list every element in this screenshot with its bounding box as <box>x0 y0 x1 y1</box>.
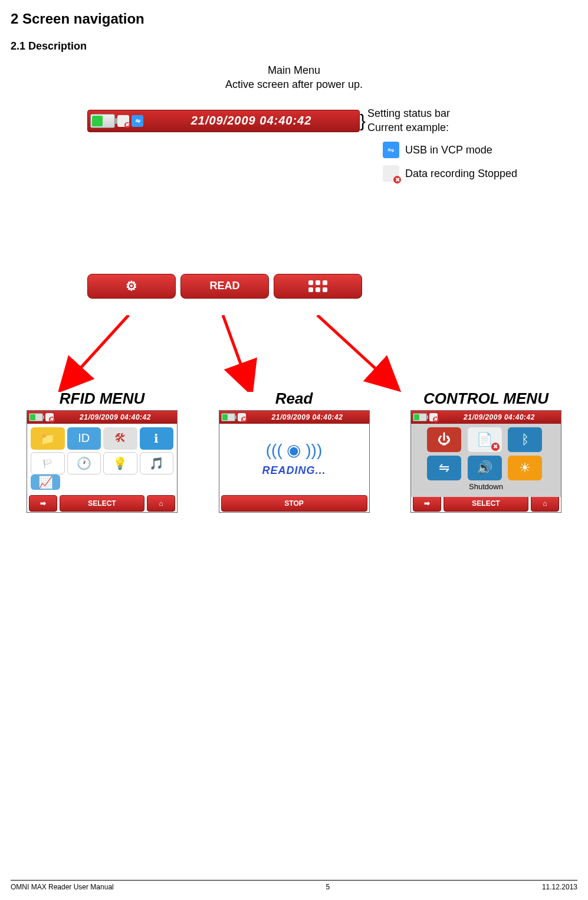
rfid-status-bar: 21/09/2009 04:40:42 <box>27 411 177 424</box>
home-button[interactable]: ⌂ <box>531 495 559 512</box>
music-icon[interactable]: 🎵 <box>140 452 174 474</box>
intro-line2: Active screen after power up. <box>225 78 363 90</box>
control-selection-label: Shutdown <box>469 482 503 491</box>
tools-icon[interactable]: 🛠 <box>103 427 137 450</box>
rfid-row3: 📈 <box>31 474 60 490</box>
control-menu-button[interactable] <box>274 274 362 299</box>
clock-icon[interactable]: 🕐 <box>67 452 101 474</box>
section-heading: 2 Screen navigation <box>11 11 577 27</box>
select-button[interactable]: SELECT <box>60 495 144 512</box>
rec-legend-label: Data recording Stopped <box>405 166 517 181</box>
control-grid: ⏻ 📄✖ ᛒ ⇋ 🔊 ☀ <box>427 427 545 480</box>
read-status-bar: 21/09/2009 04:40:42 <box>219 411 369 424</box>
rfid-column: RFID MENU 21/09/2009 04:40:42 📁 ID 🛠 ℹ 🏳… <box>11 390 193 513</box>
sound-icon[interactable]: 🔊 <box>468 456 502 480</box>
battery-icon <box>221 413 235 421</box>
doc-stop-icon[interactable]: 📄✖ <box>468 427 502 452</box>
side-line1: Setting status bar <box>367 106 517 120</box>
bluetooth-icon[interactable]: ᛒ <box>508 427 542 452</box>
svg-line-0 <box>70 315 129 380</box>
intro-line1: Main Menu <box>268 64 320 76</box>
rfid-status-datetime: 21/09/2009 04:40:42 <box>54 413 177 421</box>
screens-row: RFID MENU 21/09/2009 04:40:42 📁 ID 🛠 ℹ 🏳… <box>11 390 577 513</box>
control-screen: 21/09/2009 04:40:42 ⏻ 📄✖ ᛒ ⇋ 🔊 ☀ Shutdow… <box>410 410 561 513</box>
rfid-body: 📁 ID 🛠 ℹ 🏳️ 🕐 💡 🎵 📈 <box>27 424 177 493</box>
arrows-svg <box>11 315 577 392</box>
brightness-icon[interactable]: ☀ <box>508 456 542 480</box>
control-column: CONTROL MENU 21/09/2009 04:40:42 ⏻ 📄✖ ᛒ … <box>395 390 577 513</box>
legend-rec: Data recording Stopped <box>383 165 517 182</box>
subsection-heading: 2.1 Description <box>11 40 577 53</box>
control-status-datetime: 21/09/2009 04:40:42 <box>438 413 561 421</box>
battery-icon <box>29 413 43 421</box>
grid-icon <box>308 280 327 292</box>
rec-legend-icon <box>383 165 399 182</box>
reading-label: READING... <box>262 464 326 477</box>
svg-line-2 <box>317 315 388 380</box>
recording-stopped-icon <box>45 413 54 421</box>
main-area: ⇋ 21/09/2009 04:40:42 } Setting status b… <box>11 103 577 315</box>
power-icon[interactable]: ⏻ <box>427 427 461 452</box>
side-annotation: Setting status bar Current example: ⇋ US… <box>367 106 517 182</box>
read-body: ((( ◉ ))) READING... <box>219 424 369 493</box>
recording-stopped-icon <box>117 115 129 127</box>
page-footer: OMNI MAX Reader User Manual 5 11.12.2013 <box>11 880 577 891</box>
recording-stopped-icon <box>429 413 438 421</box>
main-button-row: ⚙ READ <box>87 274 362 299</box>
rfid-icon-grid: 📁 ID 🛠 ℹ 🏳️ 🕐 💡 🎵 <box>27 424 177 478</box>
read-column: Read 21/09/2009 04:40:42 ((( ◉ ))) READI… <box>203 390 386 513</box>
usb-legend-icon: ⇋ <box>383 142 399 158</box>
rfid-menu-button[interactable]: ⚙ <box>87 274 176 299</box>
bulb-icon[interactable]: 💡 <box>103 452 137 474</box>
gear-icon: ⚙ <box>126 279 137 294</box>
next-button[interactable]: ➡ <box>29 495 57 512</box>
footer-center: 5 <box>326 883 330 891</box>
legend-usb: ⇋ USB in VCP mode <box>383 142 517 158</box>
control-status-bar: 21/09/2009 04:40:42 <box>411 411 561 424</box>
info-icon[interactable]: ℹ <box>140 427 174 450</box>
rfid-footer: ➡ SELECT ⌂ <box>27 493 177 512</box>
footer-right: 11.12.2013 <box>542 883 577 891</box>
side-line2: Current example: <box>367 120 517 135</box>
read-footer: STOP <box>219 493 369 512</box>
read-title: Read <box>203 390 386 408</box>
arrows-layer <box>11 315 577 386</box>
usb-ctrl-icon[interactable]: ⇋ <box>427 456 461 480</box>
intro-title: Main Menu Active screen after power up. <box>11 63 577 92</box>
control-title: CONTROL MENU <box>395 390 577 408</box>
recording-stopped-icon <box>238 413 246 421</box>
status-datetime: 21/09/2009 04:40:42 <box>143 114 359 127</box>
rfid-screen: 21/09/2009 04:40:42 📁 ID 🛠 ℹ 🏳️ 🕐 💡 🎵 📈 <box>27 410 178 513</box>
graph-icon[interactable]: 📈 <box>31 474 60 490</box>
battery-icon <box>90 114 115 128</box>
usb-icon: ⇋ <box>132 115 143 127</box>
footer-left: OMNI MAX Reader User Manual <box>11 883 114 891</box>
usb-legend-label: USB in VCP mode <box>405 143 492 157</box>
battery-icon <box>413 413 427 421</box>
rfid-title: RFID MENU <box>11 390 193 408</box>
read-status-datetime: 21/09/2009 04:40:42 <box>246 413 369 421</box>
select-button[interactable]: SELECT <box>444 495 528 512</box>
signal-icon: ((( ◉ ))) <box>266 440 323 460</box>
next-button[interactable]: ➡ <box>413 495 441 512</box>
control-body: ⏻ 📄✖ ᛒ ⇋ 🔊 ☀ Shutdown <box>411 424 561 493</box>
home-button[interactable]: ⌂ <box>147 495 175 512</box>
file-icon[interactable]: 📁 <box>31 427 65 450</box>
read-screen: 21/09/2009 04:40:42 ((( ◉ ))) READING...… <box>219 410 370 513</box>
read-button[interactable]: READ <box>180 274 269 299</box>
rfid-icon[interactable]: ID <box>67 427 101 450</box>
brace-icon: } <box>360 111 366 131</box>
svg-line-1 <box>223 315 247 380</box>
language-icon[interactable]: 🏳️ <box>31 452 65 474</box>
status-bar-large: ⇋ 21/09/2009 04:40:42 <box>87 110 360 132</box>
stop-button[interactable]: STOP <box>221 495 367 512</box>
